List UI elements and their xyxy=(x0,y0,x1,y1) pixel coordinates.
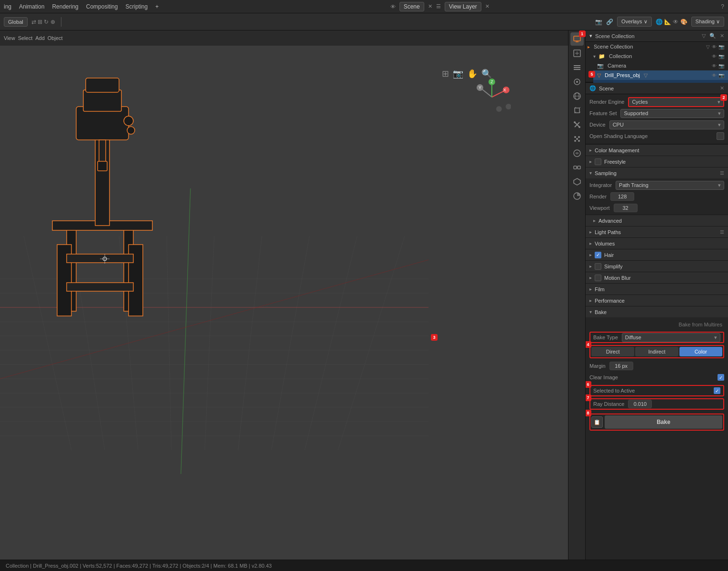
outliner-item-collection[interactable]: ▾ 📁 Collection 👁 📷 xyxy=(589,51,728,61)
outliner-search-icon[interactable]: 🔍 xyxy=(709,33,716,39)
bake-type-selector[interactable]: Diffuse ▾ xyxy=(622,333,720,342)
render-engine-text: Cycles xyxy=(632,99,718,105)
direct-button[interactable]: Direct xyxy=(591,347,634,356)
scene-icon-tab[interactable] xyxy=(570,75,584,89)
shading-btn[interactable]: Shading ∨ xyxy=(691,17,724,27)
freestyle-checkbox[interactable] xyxy=(595,158,601,165)
svg-rect-37 xyxy=(98,161,107,171)
color-management-section[interactable]: ▸ Color Management xyxy=(586,144,728,156)
scene-selector[interactable]: Scene xyxy=(399,2,424,11)
snap-icon[interactable]: 🔗 xyxy=(606,19,613,25)
physics-icon[interactable] xyxy=(570,147,584,160)
render-samples-input[interactable]: 128 xyxy=(610,192,634,201)
feature-set-value[interactable]: Supported ▾ xyxy=(620,109,724,118)
render-icon-3[interactable]: 📷 xyxy=(718,63,724,69)
selected-active-checkbox[interactable]: ✓ xyxy=(714,387,720,394)
camera-icon-toolbar[interactable]: 📷 xyxy=(595,19,602,25)
outliner-filter-btn[interactable]: ▽ xyxy=(702,33,706,39)
properties-area: 🌐 Scene ✕ Render Engine Cycles ▾ 2 xyxy=(586,83,728,560)
eye-icon-4[interactable]: 👁 xyxy=(712,73,717,78)
bake-icon-btn[interactable]: 📋 xyxy=(591,416,603,428)
indirect-button[interactable]: Indirect xyxy=(635,347,678,356)
freestyle-section[interactable]: ▸ Freestyle xyxy=(586,156,728,167)
render-icon-2[interactable]: 📷 xyxy=(718,54,724,59)
margin-input[interactable]: 16 px xyxy=(609,362,633,370)
hair-section[interactable]: ▸ ✓ Hair xyxy=(586,249,728,260)
sampling-menu-icon[interactable]: ☰ xyxy=(720,170,724,176)
modifiers-icon[interactable] xyxy=(570,118,584,131)
render-icon[interactable]: 📷 xyxy=(718,44,724,49)
x-icon[interactable]: ✕ xyxy=(428,3,432,10)
svg-rect-40 xyxy=(86,78,119,92)
outliner-x-icon[interactable]: ✕ xyxy=(720,33,724,39)
osl-checkbox[interactable] xyxy=(717,132,724,140)
menu-item-rendering[interactable]: Rendering xyxy=(52,3,78,10)
grid-view-icon[interactable]: ⊞ xyxy=(442,69,449,79)
hand-icon[interactable]: ✋ xyxy=(467,69,478,79)
object-menu[interactable]: Object xyxy=(48,35,63,41)
viewport-samples-input[interactable]: 32 xyxy=(614,204,638,212)
viewport-3d[interactable]: View Select Add Object xyxy=(0,30,568,560)
device-value[interactable]: CPU ▾ xyxy=(609,120,724,129)
zoom-icon[interactable]: 🔍 xyxy=(481,69,492,79)
device-text: CPU xyxy=(613,122,718,128)
advanced-section[interactable]: ▸ Advanced xyxy=(586,215,728,226)
simplify-section[interactable]: ▸ Simplify xyxy=(586,260,728,272)
constraints-icon[interactable] xyxy=(570,161,584,174)
motion-blur-checkbox[interactable] xyxy=(595,275,601,281)
ray-distance-input[interactable]: 0.010 xyxy=(628,400,652,408)
menu-item-ing[interactable]: ing xyxy=(4,3,11,10)
collection-folder-icon: 📁 xyxy=(598,53,605,59)
render-engine-value[interactable]: Cycles ▾ 2 xyxy=(628,97,724,107)
menu-item-compositing[interactable]: Compositing xyxy=(86,3,118,10)
svg-point-38 xyxy=(124,116,133,126)
volumes-section[interactable]: ▸ Volumes xyxy=(586,237,728,249)
menu-item-scripting[interactable]: Scripting xyxy=(125,3,148,10)
performance-section[interactable]: ▸ Performance xyxy=(586,295,728,306)
simplify-checkbox[interactable] xyxy=(595,263,601,270)
svg-rect-60 xyxy=(574,65,580,66)
global-btn[interactable]: Global xyxy=(4,17,28,27)
eye-icon[interactable]: 👁 xyxy=(712,44,717,49)
menu-item-add[interactable]: + xyxy=(155,3,159,10)
outliner-item-scene-collection[interactable]: ▸ Scene Collection ▽ 👁 📷 xyxy=(586,42,728,51)
help-icon[interactable]: ? xyxy=(721,3,724,10)
render-icon-4[interactable]: 📷 xyxy=(718,73,724,78)
light-paths-menu[interactable]: ☰ xyxy=(720,229,724,235)
bake-button[interactable]: Bake xyxy=(605,415,722,429)
object-props-icon[interactable] xyxy=(570,104,584,117)
eye-icon-3[interactable]: 👁 xyxy=(712,63,717,69)
scene-icon: 👁 xyxy=(390,4,396,10)
film-section[interactable]: ▸ Film xyxy=(586,283,728,295)
select-menu[interactable]: Select xyxy=(18,35,33,41)
hair-checkbox[interactable]: ✓ xyxy=(595,252,601,258)
integrator-value[interactable]: Path Tracing ▾ xyxy=(616,181,724,190)
svg-text:X: X xyxy=(503,88,506,92)
camera-view-icon[interactable]: 📷 xyxy=(453,69,463,79)
properties-x-icon[interactable]: ✕ xyxy=(720,85,724,91)
output-props-icon[interactable] xyxy=(570,47,584,60)
bake-header[interactable]: ▾ Bake xyxy=(586,306,728,317)
view-layer-icon[interactable] xyxy=(570,61,584,74)
outliner-filter-icon[interactable]: ▾ xyxy=(589,33,592,39)
clear-image-checkbox[interactable]: ✓ xyxy=(718,374,724,381)
outliner-item-drill-1[interactable]: ▽ Drill_Press_obj ▽ 👁 📷 5 xyxy=(593,70,728,80)
sampling-header[interactable]: ▾ Sampling ☰ xyxy=(586,167,728,178)
outliner-item-camera[interactable]: 📷 Camera 👁 📷 xyxy=(593,61,728,70)
add-menu[interactable]: Add xyxy=(35,35,45,41)
device-chevron: ▾ xyxy=(718,122,721,128)
view-layer-x-icon[interactable]: ✕ xyxy=(485,3,489,10)
menu-item-animation[interactable]: Animation xyxy=(19,3,44,10)
world-icon[interactable] xyxy=(570,89,584,103)
motion-blur-section[interactable]: ▸ Motion Blur xyxy=(586,272,728,283)
view-menu[interactable]: View xyxy=(4,35,15,41)
materials-icon[interactable] xyxy=(570,189,584,203)
view-layer-selector[interactable]: View Layer xyxy=(445,2,481,11)
particles-icon[interactable] xyxy=(570,132,584,146)
overlays-btn[interactable]: Overlays ∨ xyxy=(617,17,651,27)
light-paths-section[interactable]: ▸ Light Paths ☰ xyxy=(586,226,728,237)
navigation-gizmo[interactable]: X Y Z xyxy=(473,78,511,118)
data-icon[interactable] xyxy=(570,175,584,188)
eye-icon-2[interactable]: 👁 xyxy=(712,54,717,59)
color-button[interactable]: Color xyxy=(679,347,722,356)
